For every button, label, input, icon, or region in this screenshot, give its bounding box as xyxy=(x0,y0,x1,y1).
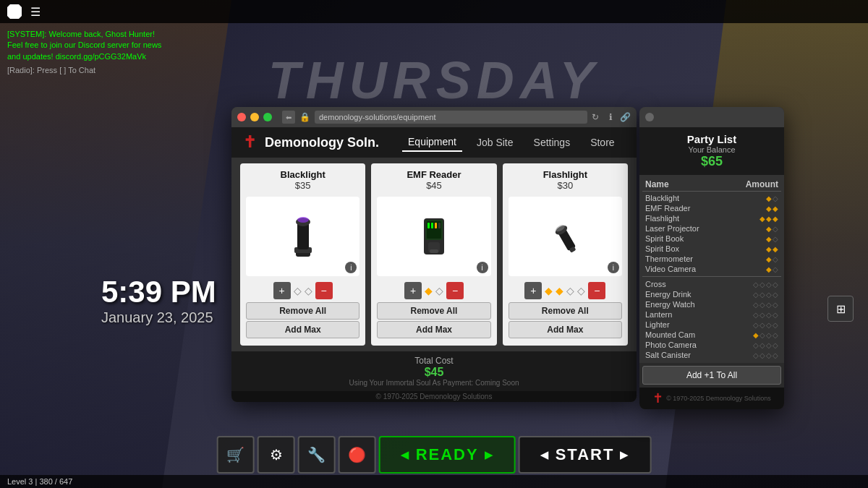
list-item: Spirit Box ◆◆ xyxy=(642,244,781,254)
emf-remove-button[interactable]: − xyxy=(446,282,464,299)
list-item: Spirit Book ◆◇ xyxy=(642,234,781,244)
emf-price: $45 xyxy=(426,180,442,191)
app-name: Demonology Soln. xyxy=(265,135,379,150)
list-item: Energy Drink ◇◇◇◇ xyxy=(642,289,781,299)
clock-date: January 23, 2025 xyxy=(101,309,216,326)
party-list-content: Name Amount Blacklight ◆◇ EMF Reader ◆◆ … xyxy=(639,175,784,363)
flashlight-remove-button[interactable]: − xyxy=(588,282,605,299)
radio-message: [Radio]: Press [ ] To Chat xyxy=(7,65,166,76)
blacklight-info-badge[interactable]: i xyxy=(345,262,357,273)
blacklight-price: $35 xyxy=(295,180,311,191)
flashlight-info-badge[interactable]: i xyxy=(608,262,619,273)
flashlight-qty-d1: ◆ xyxy=(545,285,553,296)
party-copyright: © 1970-2025 Demonology Solutions xyxy=(666,395,771,402)
fire-button[interactable]: 🔴 xyxy=(339,436,376,474)
svg-point-4 xyxy=(297,217,309,223)
app-header: ✝ Demonology Soln. Equipment Job Site Se… xyxy=(231,127,637,158)
party-dot-icon xyxy=(645,113,654,121)
flashlight-add-button[interactable]: + xyxy=(524,282,542,299)
total-cost-value: $45 xyxy=(240,366,628,379)
balance-value: $65 xyxy=(645,154,778,169)
close-window-button[interactable] xyxy=(237,113,246,121)
screenshot-button[interactable]: ⊞ xyxy=(827,296,854,322)
nav-back-button[interactable]: ⬅ xyxy=(282,111,295,124)
flashlight-name: Flashlight xyxy=(543,169,587,180)
list-item: Photo Camera ◇◇◇◇ xyxy=(642,340,781,350)
nav-store[interactable]: Store xyxy=(584,134,620,151)
blacklight-svg xyxy=(274,207,332,265)
list-item: Salt Canister ◇◇◇◇ xyxy=(642,350,781,360)
svg-rect-10 xyxy=(435,223,437,228)
blacklight-add-max-button[interactable]: Add Max xyxy=(246,321,359,338)
party-cross-icon: ✝ xyxy=(652,390,663,406)
roblox-logo-icon xyxy=(7,4,22,19)
bookmark-icon[interactable]: 🔗 xyxy=(620,112,631,122)
equipment-card-flashlight: Flashlight $30 i + ◆ ◆ ◇ xyxy=(503,163,628,346)
ready-button[interactable]: READY xyxy=(379,436,516,474)
start-button[interactable]: START xyxy=(519,436,652,474)
list-item: Thermometer ◆◇ xyxy=(642,254,781,264)
tools-button[interactable]: 🔧 xyxy=(298,436,336,474)
flashlight-add-max-button[interactable]: Add Max xyxy=(509,321,622,338)
equipment-card-blacklight: Blacklight $35 i + ◇ ◇ − Remove All Add … xyxy=(240,163,365,346)
emf-add-max-button[interactable]: Add Max xyxy=(377,321,490,338)
browser-footer: Total Cost $45 Using Your Immortal Soul … xyxy=(231,351,637,391)
party-header: Party List Your Balance $65 xyxy=(639,127,784,175)
party-section-divider xyxy=(642,276,781,277)
cart-button[interactable]: 🛒 xyxy=(217,436,255,474)
refresh-icon[interactable]: ↻ xyxy=(592,112,599,122)
party-footer: ✝ © 1970-2025 Demonology Solutions xyxy=(639,388,784,409)
system-message: [SYSTEM]: Welcome back, Ghost Hunter! Fe… xyxy=(7,29,166,62)
app-logo-icon: ✝ xyxy=(243,133,256,152)
flashlight-controls: + ◆ ◆ ◇ ◇ − xyxy=(524,282,605,299)
flashlight-qty-d2: ◆ xyxy=(556,285,563,296)
list-item: EMF Reader ◆◆ xyxy=(642,203,781,213)
level-text: Level 3 | 380 / 647 xyxy=(7,477,72,486)
maximize-window-button[interactable] xyxy=(263,113,272,121)
day-title: THURSDAY xyxy=(268,51,600,110)
party-titlebar xyxy=(639,107,784,127)
hamburger-icon[interactable]: ☰ xyxy=(30,5,41,19)
roblox-bar: ☰ xyxy=(0,0,868,23)
level-bar: Level 3 | 380 / 647 xyxy=(0,475,868,488)
clock-time: 5:39 PM xyxy=(101,275,216,309)
blacklight-remove-button[interactable]: − xyxy=(315,282,333,299)
svg-rect-11 xyxy=(438,223,441,228)
list-item: Flashlight ◆◆◆ xyxy=(642,213,781,223)
svg-rect-8 xyxy=(427,223,430,228)
minimize-window-button[interactable] xyxy=(250,113,259,121)
emf-add-button[interactable]: + xyxy=(404,282,422,299)
list-item: Cross ◇◇◇◇ xyxy=(642,279,781,289)
list-item: Video Camera ◆◇ xyxy=(642,264,781,274)
list-item: Energy Watch ◇◇◇◇ xyxy=(642,299,781,309)
add-all-button[interactable]: Add +1 To All xyxy=(642,366,781,385)
flashlight-remove-all-button[interactable]: Remove All xyxy=(509,302,622,320)
flashlight-image: i xyxy=(509,197,622,276)
nav-equipment[interactable]: Equipment xyxy=(402,133,462,152)
emf-info-badge[interactable]: i xyxy=(477,262,488,273)
info-icon[interactable]: ℹ xyxy=(609,112,613,122)
url-bar[interactable]: demonology-solutions/equipment xyxy=(315,111,587,124)
emf-remove-all-button[interactable]: Remove All xyxy=(377,302,490,320)
emf-name: EMF Reader xyxy=(407,169,461,180)
footer-note: Using Your Immortal Soul As Payment: Com… xyxy=(240,379,628,387)
party-list-header: Name Amount xyxy=(642,178,781,192)
svg-rect-9 xyxy=(431,223,433,228)
clock-area: 5:39 PM January 23, 2025 xyxy=(101,275,216,326)
blacklight-add-button[interactable]: + xyxy=(273,282,291,299)
balance-label: Your Balance xyxy=(645,145,778,154)
flashlight-svg xyxy=(536,207,594,265)
browser-window: ⬅ 🔒 demonology-solutions/equipment ↻ ℹ 🔗… xyxy=(231,107,637,402)
blacklight-remove-all-button[interactable]: Remove All xyxy=(246,302,359,320)
emf-svg xyxy=(405,207,463,265)
party-title: Party List xyxy=(645,133,778,145)
list-item: Lantern ◇◇◇◇ xyxy=(642,309,781,320)
emf-qty-d1: ◆ xyxy=(425,285,433,296)
settings-button[interactable]: ⚙ xyxy=(258,436,295,474)
nav-settings[interactable]: Settings xyxy=(528,134,576,151)
nav-jobsite[interactable]: Job Site xyxy=(471,134,519,151)
blacklight-qty-d1: ◇ xyxy=(294,285,302,296)
chat-box: [SYSTEM]: Welcome back, Ghost Hunter! Fe… xyxy=(7,29,166,80)
flashlight-price: $30 xyxy=(557,180,573,191)
svg-rect-13 xyxy=(430,249,438,253)
